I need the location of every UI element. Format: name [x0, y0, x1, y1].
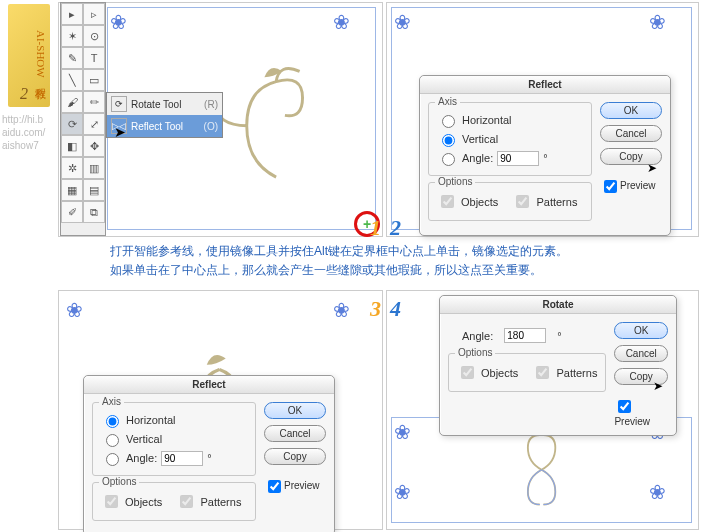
- axis-angle-radio[interactable]: [442, 153, 455, 166]
- floral-corner-icon: ❀: [333, 10, 373, 50]
- angle-label: Angle:: [462, 152, 493, 164]
- floral-corner-icon: ❀: [110, 10, 150, 50]
- patterns-label: Patterns: [556, 367, 597, 379]
- flyout-shortcut: (O): [204, 121, 218, 132]
- preview-checkbox[interactable]: [618, 400, 631, 413]
- lasso-tool-icon[interactable]: ⊙: [83, 25, 105, 47]
- flyout-shortcut: (R): [204, 99, 218, 110]
- type-tool-icon[interactable]: T: [83, 47, 105, 69]
- patterns-label: Patterns: [200, 496, 241, 508]
- patterns-checkbox: [536, 366, 549, 379]
- magic-wand-tool-icon[interactable]: ✶: [61, 25, 83, 47]
- rotate-dialog: Rotate Angle: ° Options Objects Patterns…: [439, 295, 677, 436]
- ok-button[interactable]: OK: [600, 102, 662, 119]
- objects-checkbox: [461, 366, 474, 379]
- watermark-url: http://hi.b aidu.com/ aishow7: [2, 113, 58, 152]
- blend-tool-icon[interactable]: ⧉: [83, 201, 105, 223]
- objects-checkbox: [105, 495, 118, 508]
- deg-label: °: [543, 152, 547, 164]
- direct-selection-tool-icon[interactable]: ▹: [83, 3, 105, 25]
- instruction-caption: 打开智能参考线，使用镜像工具并按住Alt键在定界框中心点上单击，镜像选定的元素。…: [110, 242, 689, 280]
- options-group: Options Objects Patterns: [92, 482, 256, 521]
- cancel-button[interactable]: Cancel: [614, 345, 668, 362]
- scale-tool-icon[interactable]: ⤢: [83, 113, 105, 135]
- axis-horizontal-label: Horizontal: [126, 414, 176, 426]
- axis-vertical-radio[interactable]: [442, 134, 455, 147]
- flyout-label: Reflect Tool: [131, 121, 183, 132]
- angle-label: Angle:: [462, 330, 493, 342]
- rectangle-tool-icon[interactable]: ▭: [83, 69, 105, 91]
- cursor-icon: ➤: [647, 161, 657, 175]
- preview-checkbox[interactable]: [604, 180, 617, 193]
- ok-button[interactable]: OK: [614, 322, 668, 339]
- rotate-tool-icon[interactable]: ⟳: [61, 113, 83, 135]
- options-label: Options: [455, 347, 495, 358]
- paintbrush-tool-icon[interactable]: 🖌: [61, 91, 83, 113]
- preview-label: Preview: [614, 416, 650, 427]
- axis-angle-radio[interactable]: [106, 453, 119, 466]
- objects-label: Objects: [125, 496, 162, 508]
- axis-vertical-label: Vertical: [462, 133, 498, 145]
- rotate-icon: ⟳: [111, 96, 127, 112]
- warp-tool-icon[interactable]: ◧: [61, 135, 83, 157]
- cursor-icon: ➤: [114, 124, 126, 140]
- preview-label: Preview: [620, 180, 656, 191]
- pen-tool-icon[interactable]: ✎: [61, 47, 83, 69]
- reflect-dialog: Reflect Axis Horizontal Vertical Angle:°…: [419, 75, 671, 236]
- deg-label: °: [557, 330, 561, 342]
- flyout-item-rotate[interactable]: ⟳Rotate Tool(R): [107, 93, 222, 115]
- tools-panel[interactable]: ▸▹ ✶⊙ ✎T ╲▭ 🖌✏ ⟳⤢ ◧✥ ✲▥ ▦▤ ✐⧉: [60, 2, 106, 236]
- patterns-label: Patterns: [536, 196, 577, 208]
- symbol-sprayer-tool-icon[interactable]: ✲: [61, 157, 83, 179]
- options-group: Options Objects Patterns: [448, 353, 606, 392]
- panel-2: ❀ ❀ Reflect Axis Horizontal Vertical Ang…: [386, 2, 699, 237]
- angle-input[interactable]: [497, 151, 539, 166]
- gradient-tool-icon[interactable]: ▤: [83, 179, 105, 201]
- watermark-label: AI-SHOW 教程: [35, 30, 47, 80]
- angle-input[interactable]: [504, 328, 546, 343]
- axis-horizontal-radio[interactable]: [442, 115, 455, 128]
- patterns-checkbox: [180, 495, 193, 508]
- floral-corner-icon: ❀: [649, 10, 689, 50]
- angle-label: Angle:: [126, 452, 157, 464]
- cursor-icon: ➤: [653, 379, 663, 393]
- ok-button[interactable]: OK: [264, 402, 326, 419]
- panel-4: ❀ ❀ ❀ ❀ Rotate Angle: ° Options Objects …: [386, 290, 699, 530]
- objects-label: Objects: [461, 196, 498, 208]
- cancel-button[interactable]: Cancel: [600, 125, 662, 142]
- eyedropper-tool-icon[interactable]: ✐: [61, 201, 83, 223]
- dialog-title: Reflect: [420, 76, 670, 94]
- pencil-tool-icon[interactable]: ✏: [83, 91, 105, 113]
- axis-horizontal-radio[interactable]: [106, 415, 119, 428]
- preview-label: Preview: [284, 480, 320, 491]
- objects-label: Objects: [481, 367, 518, 379]
- mesh-tool-icon[interactable]: ▦: [61, 179, 83, 201]
- options-group: Options Objects Patterns: [428, 182, 592, 221]
- watermark-sidebar: AI-SHOW 教程 2 http://hi.b aidu.com/ aisho…: [0, 0, 58, 300]
- cancel-button[interactable]: Cancel: [264, 425, 326, 442]
- axis-vertical-radio[interactable]: [106, 434, 119, 447]
- dialog-title: Reflect: [84, 376, 334, 394]
- deg-label: °: [207, 452, 211, 464]
- line-tool-icon[interactable]: ╲: [61, 69, 83, 91]
- preview-checkbox[interactable]: [268, 480, 281, 493]
- graph-tool-icon[interactable]: ▥: [83, 157, 105, 179]
- caption-line-2: 如果单击在了中心点上，那么就会产生一些缝隙或其他瑕疵，所以这点至关重要。: [110, 263, 542, 277]
- axis-label: Axis: [99, 396, 124, 407]
- flyout-label: Rotate Tool: [131, 99, 181, 110]
- patterns-checkbox: [516, 195, 529, 208]
- panel-3: ❀ ❀ Reflect Axis Horizontal Vertical Ang…: [58, 290, 383, 530]
- copy-button[interactable]: Copy: [264, 448, 326, 465]
- step-number-4: 4: [390, 296, 401, 322]
- axis-vertical-label: Vertical: [126, 433, 162, 445]
- step-number-2: 2: [390, 215, 401, 241]
- floral-swirl-full-icon: [422, 424, 661, 516]
- angle-input[interactable]: [161, 451, 203, 466]
- options-label: Options: [99, 476, 139, 487]
- reflect-dialog: Reflect Axis Horizontal Vertical Angle:°…: [83, 375, 335, 532]
- caption-line-1: 打开智能参考线，使用镜像工具并按住Alt键在定界框中心点上单击，镜像选定的元素。: [110, 244, 568, 258]
- free-transform-tool-icon[interactable]: ✥: [83, 135, 105, 157]
- selection-tool-icon[interactable]: ▸: [61, 3, 83, 25]
- objects-checkbox: [441, 195, 454, 208]
- axis-group: Axis Horizontal Vertical Angle:°: [428, 102, 592, 176]
